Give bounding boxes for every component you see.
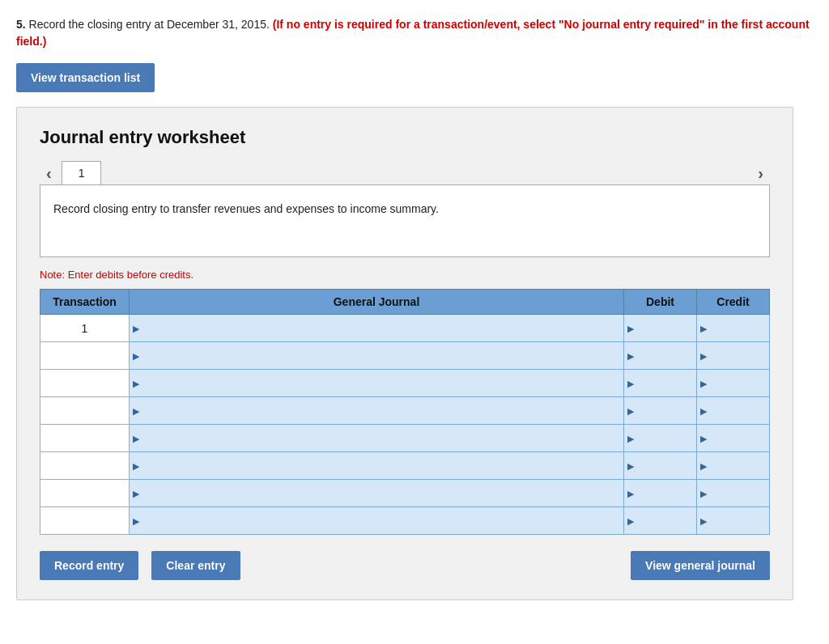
general-journal-input[interactable] [134,345,619,367]
debit-cell[interactable] [624,480,697,507]
transaction-cell [40,480,130,507]
instruction-body: Record the closing entry at December 31,… [29,18,270,31]
transaction-cell [40,397,130,425]
general-journal-input[interactable] [134,400,619,422]
table-row [40,452,770,480]
debit-input[interactable] [629,345,691,367]
general-journal-cell[interactable] [130,507,624,535]
transaction-cell: 1 [40,315,130,342]
action-buttons: Record entry Clear entry View general jo… [40,551,770,580]
debit-input[interactable] [629,317,691,340]
table-row [40,370,770,397]
transaction-cell [40,507,130,535]
general-journal-cell[interactable] [130,425,624,452]
credit-input[interactable] [702,400,764,422]
debit-input[interactable] [629,400,691,422]
worksheet-title: Journal entry worksheet [40,127,770,148]
debit-cell[interactable] [624,452,697,480]
credit-cell[interactable] [697,480,770,507]
credit-cell[interactable] [697,452,770,480]
transaction-cell [40,425,130,452]
credit-cell[interactable] [697,397,770,425]
general-journal-cell[interactable] [130,397,624,425]
credit-cell[interactable] [697,315,770,342]
debit-cell[interactable] [624,425,697,452]
credit-input[interactable] [702,427,764,450]
credit-cell[interactable] [697,507,770,535]
debit-input[interactable] [629,427,691,450]
general-journal-cell[interactable] [130,480,624,507]
clear-entry-button[interactable]: Clear entry [151,551,240,580]
note-text: Note: Enter debits before credits. [40,269,770,281]
debit-input[interactable] [629,482,691,505]
transaction-cell [40,342,130,370]
credit-cell[interactable] [697,370,770,397]
general-journal-cell[interactable] [130,452,624,480]
general-journal-input[interactable] [134,482,619,505]
next-tab-arrow[interactable]: › [751,162,770,184]
view-transaction-button[interactable]: View transaction list [16,63,155,92]
debit-input[interactable] [629,455,691,477]
general-journal-cell[interactable] [130,315,624,342]
table-row [40,342,770,370]
transaction-cell [40,370,130,397]
table-row: 1 [40,315,770,342]
instruction-number: 5. [16,18,26,31]
worksheet-container: Journal entry worksheet ‹ 1 › Record clo… [16,107,793,600]
credit-cell[interactable] [697,425,770,452]
table-row [40,480,770,507]
journal-table: Transaction General Journal Debit Credit… [40,289,770,535]
credit-input[interactable] [702,455,764,477]
debit-cell[interactable] [624,342,697,370]
debit-input[interactable] [629,372,691,395]
credit-cell[interactable] [697,342,770,370]
table-header: Transaction General Journal Debit Credit [40,290,770,315]
general-journal-input[interactable] [134,510,619,532]
description-box: Record closing entry to transfer revenue… [40,184,770,257]
general-journal-input[interactable] [134,317,619,340]
credit-input[interactable] [702,345,764,367]
debit-cell[interactable] [624,397,697,425]
general-journal-input[interactable] [134,427,619,450]
credit-input[interactable] [702,317,764,340]
tab-1[interactable]: 1 [62,161,102,184]
general-journal-cell[interactable] [130,342,624,370]
view-general-journal-button[interactable]: View general journal [631,551,770,580]
col-debit: Debit [624,290,697,315]
prev-tab-arrow[interactable]: ‹ [40,162,58,184]
credit-input[interactable] [702,372,764,395]
col-credit: Credit [697,290,770,315]
col-transaction: Transaction [40,290,130,315]
general-journal-cell[interactable] [130,370,624,397]
record-entry-button[interactable]: Record entry [40,551,138,580]
credit-input[interactable] [702,510,764,532]
general-journal-input[interactable] [134,455,619,477]
transaction-cell [40,452,130,480]
table-row [40,425,770,452]
debit-cell[interactable] [624,507,697,535]
table-row [40,507,770,535]
debit-cell[interactable] [624,315,697,342]
col-general-journal: General Journal [130,290,624,315]
table-row [40,397,770,425]
general-journal-input[interactable] [134,372,619,395]
debit-input[interactable] [629,510,691,532]
tab-navigation: ‹ 1 › [40,161,770,184]
debit-cell[interactable] [624,370,697,397]
credit-input[interactable] [702,482,764,505]
table-body: 1 [40,315,770,535]
instruction-text: 5. Record the closing entry at December … [16,16,813,50]
